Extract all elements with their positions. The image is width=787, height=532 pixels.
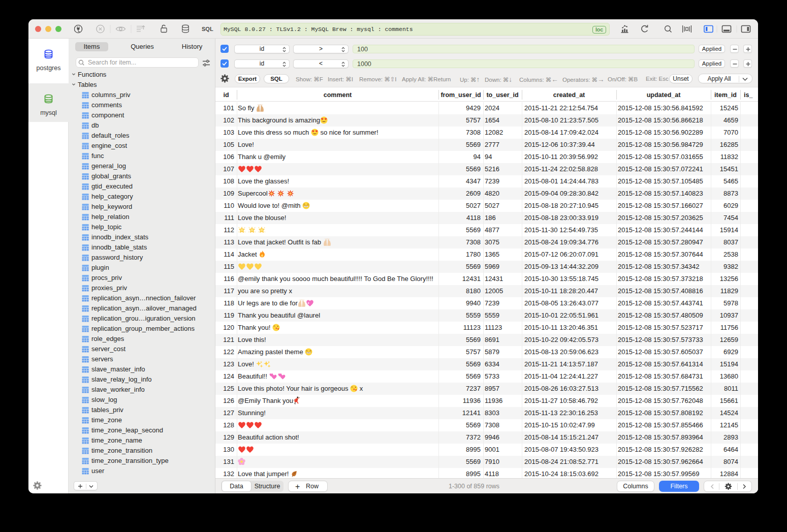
- svg-text:SQL: SQL: [202, 26, 213, 32]
